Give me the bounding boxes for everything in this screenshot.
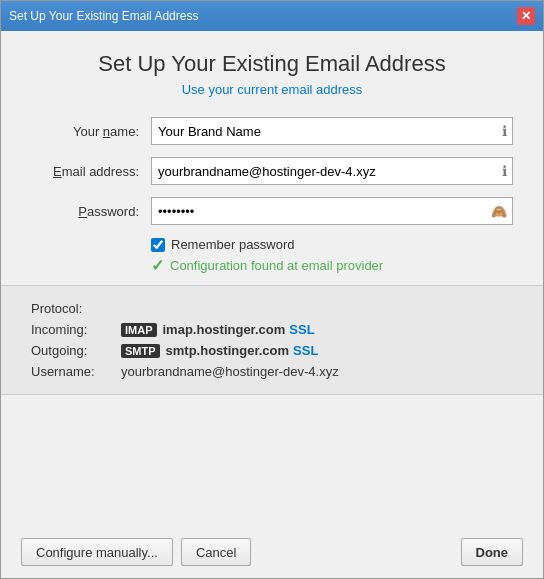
name-info-icon[interactable]: ℹ [502, 123, 507, 139]
name-input-wrapper: ℹ [151, 117, 513, 145]
email-input-wrapper: ℹ [151, 157, 513, 185]
password-input[interactable] [151, 197, 513, 225]
outgoing-label: Outgoing: [31, 343, 121, 358]
email-label: Email address: [31, 164, 151, 179]
remember-password-label[interactable]: Remember password [171, 237, 295, 252]
incoming-row: Incoming: IMAP imap.hostinger.comSSL [31, 322, 513, 337]
dialog-subtitle: Use your current email address [31, 82, 513, 97]
title-bar: Set Up Your Existing Email Address ✕ [1, 1, 543, 31]
email-row: Email address: ℹ [31, 157, 513, 185]
protocol-label: Protocol: [31, 301, 121, 316]
status-icon: ✓ [151, 256, 164, 275]
dialog-title: Set Up Your Existing Email Address [31, 51, 513, 77]
footer: Configure manually... Cancel Done [1, 526, 543, 578]
name-row: Your name: ℹ [31, 117, 513, 145]
password-row: Password: 🙈 [31, 197, 513, 225]
protocol-row: Protocol: [31, 301, 513, 316]
username-row: Username: yourbrandname@hostinger-dev-4.… [31, 364, 513, 379]
incoming-server: imap.hostinger.comSSL [163, 322, 315, 337]
email-input[interactable] [151, 157, 513, 185]
configure-manually-button[interactable]: Configure manually... [21, 538, 173, 566]
password-toggle-icon[interactable]: 🙈 [491, 204, 507, 219]
done-button[interactable]: Done [461, 538, 524, 566]
remember-password-checkbox[interactable] [151, 238, 165, 252]
username-label: Username: [31, 364, 121, 379]
smtp-badge: SMTP [121, 344, 160, 358]
title-bar-text: Set Up Your Existing Email Address [9, 9, 198, 23]
dialog-window: Set Up Your Existing Email Address ✕ Set… [0, 0, 544, 579]
username-value: yourbrandname@hostinger-dev-4.xyz [121, 364, 339, 379]
status-text: Configuration found at email provider [170, 258, 383, 273]
dialog-body: Set Up Your Existing Email Address Use y… [1, 31, 543, 526]
cancel-button[interactable]: Cancel [181, 538, 251, 566]
remember-password-row: Remember password [151, 237, 513, 252]
server-section: Protocol: Incoming: IMAP imap.hostinger.… [1, 285, 543, 395]
outgoing-server: smtp.hostinger.comSSL [166, 343, 319, 358]
name-input[interactable] [151, 117, 513, 145]
name-label: Your name: [31, 124, 151, 139]
password-label: Password: [31, 204, 151, 219]
footer-left-buttons: Configure manually... Cancel [21, 538, 251, 566]
form-section: Your name: ℹ Email address: ℹ Password: [31, 117, 513, 225]
incoming-label: Incoming: [31, 322, 121, 337]
outgoing-row: Outgoing: SMTP smtp.hostinger.comSSL [31, 343, 513, 358]
email-info-icon[interactable]: ℹ [502, 163, 507, 179]
imap-badge: IMAP [121, 323, 157, 337]
status-row: ✓ Configuration found at email provider [151, 256, 513, 275]
close-button[interactable]: ✕ [517, 7, 535, 25]
password-input-wrapper: 🙈 [151, 197, 513, 225]
